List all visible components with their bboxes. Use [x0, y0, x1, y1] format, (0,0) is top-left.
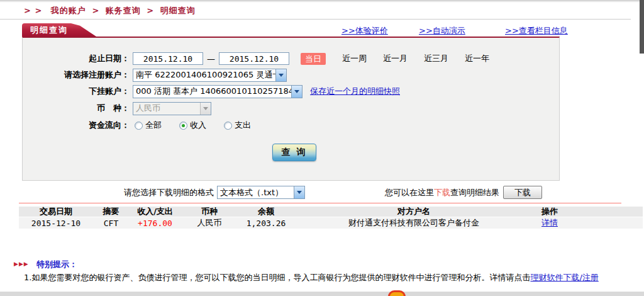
download-format-group: 请您选择下载明细的格式 文本格式（.txt） — [124, 186, 305, 199]
range-quarter[interactable]: 近三月 — [424, 53, 448, 64]
top-gradient-strip — [0, 0, 644, 3]
radio-icon[interactable] — [135, 122, 143, 130]
table-top-divider — [19, 203, 621, 203]
breadcrumb-account-query[interactable]: 账务查询 — [106, 6, 141, 15]
registered-account-value: 南平 6222001406100921065 灵通卡 — [133, 69, 275, 81]
finance-software-link[interactable]: 理财软件下载/注册 — [530, 273, 598, 282]
col-header-date: 交易日期 — [19, 206, 93, 217]
radio-checked-icon[interactable] — [179, 122, 187, 130]
breadcrumb-separator: > — [144, 6, 157, 15]
breadcrumb-separator: > — [89, 6, 102, 15]
col-header-balance: 余额 — [238, 206, 294, 217]
radio-icon[interactable] — [224, 122, 232, 130]
tab-detail-query: 明细查询 — [22, 23, 96, 37]
detail-query-page: > > 我的账户 > 账务查询 > 明细查询 明细查询 >>体验评价 >>自动演… — [0, 0, 644, 296]
range-week[interactable]: 近一周 — [342, 53, 367, 64]
notice-paragraph: 1.如果您需要对您的银行资产、负债进行管理，您可以下载您的当日明细，导入工商银行… — [14, 272, 638, 283]
bottom-strip — [0, 292, 644, 296]
date-range-label: 起止日期： — [23, 53, 130, 64]
download-row: 请您选择下载明细的格式 文本格式（.txt） 您可以在这里 下载 查询明细结果 … — [0, 186, 644, 200]
date-dash: — — [207, 54, 215, 64]
download-hint-suffix: 查询明细结果 — [450, 187, 499, 198]
registered-account-row: 请选择注册账户： 南平 6222001406100921065 灵通卡 — [23, 68, 559, 82]
cell-balance: 1,203.26 — [238, 219, 294, 228]
col-header-action: 操作 — [533, 206, 566, 217]
table-header-row: 交易日期 摘要 收入/支出 币种 余额 对方户名 操作 — [19, 207, 643, 217]
fund-flow-label: 资金流向： — [23, 120, 130, 131]
sub-account-label: 下挂账户： — [23, 86, 130, 97]
sub-account-row: 下挂账户： 000 活期 基本户 1406600101102571848 保存近… — [23, 84, 559, 98]
col-header-counterparty: 对方户名 — [294, 206, 533, 217]
cell-currency: 人民币 — [181, 217, 238, 229]
radio-flow-income-label: 收入 — [190, 120, 206, 131]
currency-label: 币 种： — [23, 103, 130, 114]
sub-account-value: 000 活期 基本户 1406600101102571848 — [133, 86, 291, 97]
sub-account-select[interactable]: 000 活期 基本户 1406600101102571848 — [133, 85, 303, 98]
detail-link[interactable]: 详情 — [541, 218, 558, 227]
registered-account-select[interactable]: 南平 6222001406100921065 灵通卡 — [133, 69, 287, 82]
range-today-chip[interactable]: 当日 — [301, 53, 326, 65]
breadcrumb-divider — [0, 19, 631, 20]
radio-flow-all-label: 全部 — [145, 120, 162, 131]
download-format-value: 文本格式（.txt） — [218, 187, 294, 198]
chevron-down-icon[interactable] — [291, 86, 302, 98]
date-range-row: 起止日期： — 当日 近一周 近一月 近三月 近一年 — [23, 52, 559, 65]
notice-title: 特别提示： — [36, 259, 77, 270]
breadcrumb-arrows: > > — [24, 6, 42, 15]
radio-flow-income[interactable]: 收入 — [179, 120, 206, 131]
scrollbar-edge[interactable] — [640, 0, 644, 54]
col-header-currency: 币种 — [181, 206, 238, 217]
currency-row: 币 种： 人民币 — [23, 101, 559, 115]
query-button[interactable]: 查 询 — [272, 144, 316, 161]
download-button[interactable]: 下载 — [503, 186, 542, 199]
breadcrumb-detail-query[interactable]: 明细查询 — [160, 6, 196, 15]
range-month[interactable]: 近一月 — [383, 53, 408, 64]
currency-select: 人民币 — [133, 102, 211, 115]
results-table: 交易日期 摘要 收入/支出 币种 余额 对方户名 操作 2015-12-10 C… — [19, 207, 643, 229]
cell-date: 2015-12-10 — [19, 219, 93, 228]
col-header-amount: 收入/支出 — [129, 206, 181, 217]
start-date-input[interactable] — [133, 52, 203, 65]
registered-account-label: 请选择注册账户： — [23, 69, 130, 81]
chevron-down-icon[interactable] — [275, 69, 286, 81]
experience-review-link[interactable]: >>体验评价 — [341, 25, 388, 37]
range-year[interactable]: 近一年 — [465, 53, 489, 64]
radio-flow-expense-label: 支出 — [235, 120, 251, 131]
cell-counterparty: 财付通支付科技有限公司客户备付金 — [294, 217, 533, 229]
column-info-link[interactable]: >>查看栏目信息 — [505, 25, 568, 37]
cell-summary: CFT — [93, 219, 129, 228]
download-hint-prefix: 您可以在这里 — [385, 187, 434, 198]
download-format-select[interactable]: 文本格式（.txt） — [217, 186, 305, 199]
query-form-panel: 起止日期： — 当日 近一周 近一月 近三月 近一年 请选择注册账户： 南平 6… — [22, 37, 560, 181]
radio-flow-all[interactable]: 全部 — [135, 120, 162, 131]
download-format-label: 请您选择下载明细的格式 — [124, 187, 214, 198]
download-hint-group: 您可以在这里 下载 查询明细结果 下载 — [385, 186, 542, 199]
download-hint-highlight: 下载 — [434, 187, 450, 198]
chevron-down-icon[interactable] — [294, 186, 304, 198]
notice-arrows-icon: ▶▶▶ — [14, 261, 29, 267]
notice-body: 1.如果您需要对您的银行资产、负债进行管理，您可以下载您的当日明细，导入工商银行… — [24, 273, 530, 282]
chevron-down-icon — [200, 103, 211, 115]
radio-flow-expense[interactable]: 支出 — [224, 120, 251, 131]
breadcrumb-my-account[interactable]: 我的账户 — [51, 6, 86, 15]
breadcrumb: > > 我的账户 > 账务查询 > 明细查询 — [24, 5, 196, 15]
icbc-logo-arc — [388, 290, 406, 296]
col-header-summary: 摘要 — [93, 206, 129, 217]
end-date-input[interactable] — [219, 52, 289, 65]
snapshot-link[interactable]: 保存近一个月的明细快照 — [310, 86, 400, 97]
tab-title: 明细查询 — [30, 25, 68, 35]
fund-flow-row: 资金流向： 全部 收入 支出 — [23, 118, 559, 132]
cell-amount: +176.00 — [129, 219, 181, 228]
table-row: 2015-12-10 CFT +176.00 人民币 1,203.26 财付通支… — [19, 217, 643, 229]
currency-value: 人民币 — [133, 103, 200, 114]
auto-demo-link[interactable]: >>自动演示 — [419, 25, 465, 37]
